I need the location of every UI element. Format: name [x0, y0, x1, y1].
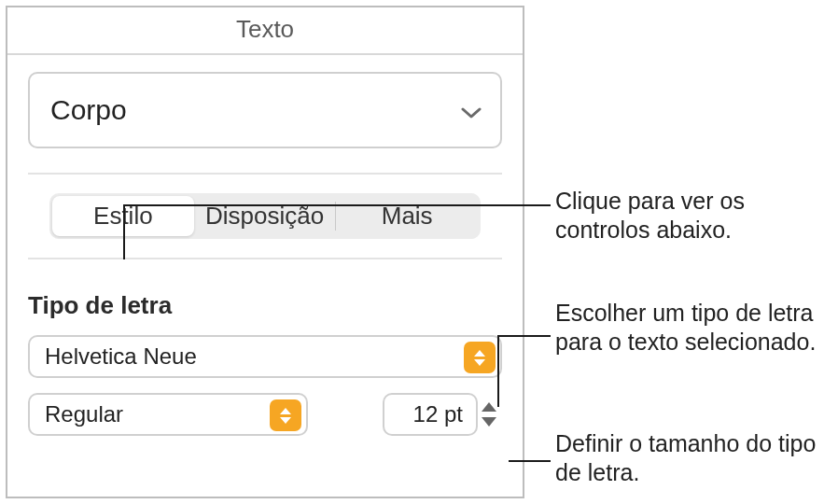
callout-font: Escolher um tipo de letra para o texto s…	[555, 299, 817, 357]
callout-size: Definir o tamanho do tipo de letra.	[555, 429, 817, 488]
callout-tabs: Clique para ver os controlos abaixo.	[555, 187, 817, 245]
callout-leaders	[0, 0, 824, 504]
